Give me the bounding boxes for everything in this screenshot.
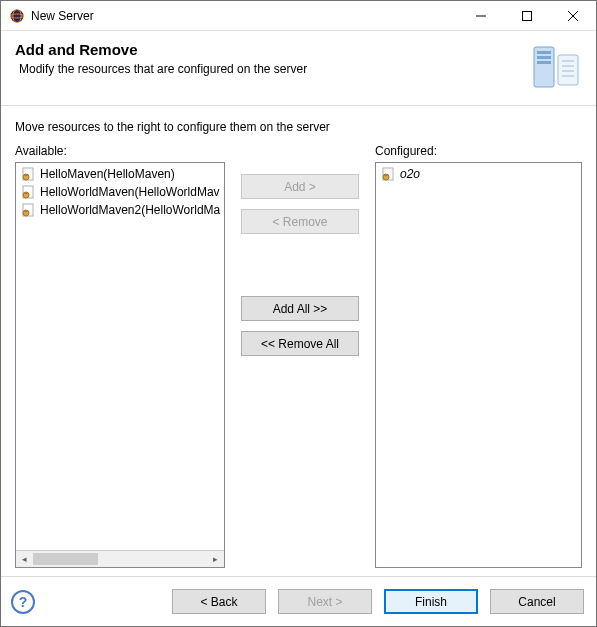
help-button[interactable]: ? (11, 590, 35, 614)
configured-list[interactable]: o2o (375, 162, 582, 568)
available-label: Available: (15, 144, 225, 158)
svg-rect-11 (558, 55, 578, 85)
cancel-button[interactable]: Cancel (490, 589, 584, 614)
svg-rect-27 (385, 175, 388, 176)
next-button[interactable]: Next > (278, 589, 372, 614)
server-banner-icon (530, 41, 582, 93)
add-button[interactable]: Add > (241, 174, 359, 199)
svg-rect-9 (537, 56, 551, 59)
wizard-banner: Add and Remove Modify the resources that… (1, 31, 596, 106)
banner-title: Add and Remove (15, 41, 524, 58)
close-button[interactable] (550, 1, 596, 31)
minimize-icon (476, 11, 486, 21)
available-item-label: HelloWorldMaven(HelloWorldMaven) (40, 185, 220, 199)
instruction-text: Move resources to the right to configure… (15, 120, 582, 134)
window-title: New Server (31, 9, 94, 23)
remove-button[interactable]: < Remove (241, 209, 359, 234)
scroll-left-icon[interactable]: ◂ (16, 551, 33, 567)
svg-point-17 (23, 174, 29, 180)
minimize-button[interactable] (458, 1, 504, 31)
configured-item-label: o2o (400, 167, 420, 181)
svg-rect-8 (537, 51, 551, 54)
module-icon (20, 202, 36, 218)
scroll-right-icon[interactable]: ▸ (207, 551, 224, 567)
wizard-footer: ? < Back Next > Finish Cancel (1, 576, 596, 626)
content-area: Move resources to the right to configure… (1, 106, 596, 576)
list-item[interactable]: HelloWorldMaven2(HelloWorldMaven2) (16, 201, 224, 219)
list-item[interactable]: HelloWorldMaven(HelloWorldMaven) (16, 183, 224, 201)
dialog-window: New Server Add and Remove Modify the res… (0, 0, 597, 627)
list-item[interactable]: o2o (376, 165, 581, 183)
svg-point-23 (23, 210, 29, 216)
available-item-label: HelloMaven(HelloMaven) (40, 167, 175, 181)
horizontal-scrollbar[interactable]: ◂ ▸ (16, 550, 224, 567)
module-icon (20, 166, 36, 182)
svg-rect-4 (523, 11, 532, 20)
available-list[interactable]: HelloMaven(HelloMaven) HelloWorldMaven(H… (15, 162, 225, 568)
help-icon: ? (19, 594, 28, 610)
svg-point-20 (23, 192, 29, 198)
maximize-button[interactable] (504, 1, 550, 31)
svg-rect-18 (25, 175, 28, 176)
svg-rect-10 (537, 61, 551, 64)
svg-rect-24 (25, 211, 28, 212)
banner-subtitle: Modify the resources that are configured… (19, 62, 524, 76)
close-icon (568, 11, 578, 21)
available-item-label: HelloWorldMaven2(HelloWorldMaven2) (40, 203, 220, 217)
svg-point-26 (383, 174, 389, 180)
add-all-button[interactable]: Add All >> (241, 296, 359, 321)
title-bar: New Server (1, 1, 596, 31)
module-icon (20, 184, 36, 200)
maximize-icon (522, 11, 532, 21)
back-button[interactable]: < Back (172, 589, 266, 614)
list-item[interactable]: HelloMaven(HelloMaven) (16, 165, 224, 183)
remove-all-button[interactable]: << Remove All (241, 331, 359, 356)
eclipse-icon (9, 8, 25, 24)
finish-button[interactable]: Finish (384, 589, 478, 614)
svg-rect-21 (25, 193, 28, 194)
scroll-thumb[interactable] (33, 553, 98, 565)
module-icon (380, 166, 396, 182)
configured-label: Configured: (375, 144, 582, 158)
